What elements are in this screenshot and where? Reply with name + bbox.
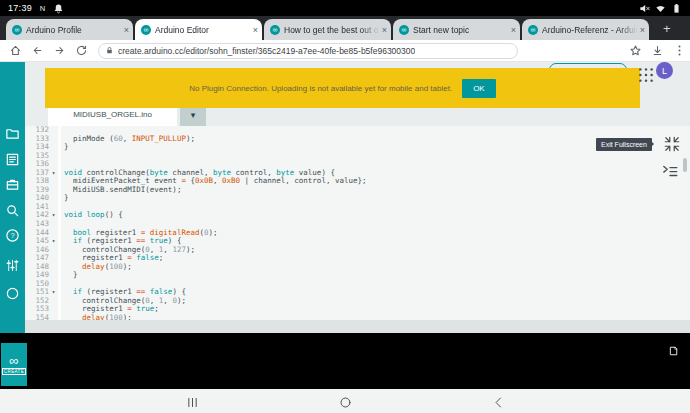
fold-arrow-icon <box>49 280 58 289</box>
console-icon[interactable] <box>661 162 679 180</box>
tab-favicon-icon: ∞ <box>270 25 280 35</box>
fold-arrow-icon[interactable]: ▾ <box>49 288 58 297</box>
fold-arrow-icon <box>49 194 58 203</box>
reload-icon[interactable] <box>75 44 88 57</box>
fold-arrow-icon <box>49 297 58 306</box>
code-line[interactable]: 142▾void loop() { <box>25 211 690 220</box>
star-icon[interactable] <box>629 44 642 57</box>
tablet-screen: 17:39 N ∞Arduino Profile×∞Arduino Editor… <box>0 0 690 413</box>
exit-fullscreen-icon[interactable] <box>663 135 681 153</box>
reference-icon[interactable] <box>5 286 20 301</box>
fold-arrow-icon <box>49 186 58 195</box>
libraries-icon[interactable] <box>5 177 20 192</box>
editor-bottom-strip <box>25 320 690 333</box>
fold-arrow-icon <box>49 126 58 135</box>
bell-icon <box>53 3 64 14</box>
arduino-editor-page: ? L No Plugin Connection. Uploading is n… <box>0 62 690 333</box>
fold-arrow-icon[interactable]: ▾ <box>49 169 58 178</box>
editor-sidebar: ? <box>0 62 25 333</box>
apps-grid-icon[interactable] <box>637 66 655 84</box>
tab-close-icon[interactable]: × <box>124 25 129 35</box>
fold-arrow-icon <box>49 220 58 229</box>
browser-tab-2[interactable]: ∞Arduino Editor× <box>135 19 262 40</box>
preferences-icon[interactable] <box>5 258 20 273</box>
tab-favicon-icon: ∞ <box>141 25 151 35</box>
new-tab-button[interactable]: + <box>663 21 671 36</box>
home-nav-icon[interactable] <box>339 395 352 408</box>
code-line[interactable]: 133 pinMode (60, INPUT_PULLUP); <box>25 135 690 144</box>
forward-icon[interactable] <box>53 44 66 57</box>
create-label: CREATE <box>2 368 26 375</box>
url-text: create.arduino.cc/editor/sohn_finster/36… <box>118 46 415 56</box>
banner-message: No Plugin Connection. Uploading is not a… <box>189 84 452 93</box>
exit-fullscreen-tooltip: Exit Fullscreen <box>596 138 652 151</box>
fold-arrow-icon <box>49 160 58 169</box>
code-line[interactable]: 134} <box>25 143 690 152</box>
search-icon[interactable] <box>5 203 20 218</box>
nfc-icon: N <box>37 3 48 14</box>
lock-icon <box>105 46 114 55</box>
tab-close-icon[interactable]: × <box>382 25 387 35</box>
fold-arrow-icon[interactable]: ▾ <box>49 211 58 220</box>
tab-title: Arduino Editor <box>155 25 251 35</box>
status-right-icons <box>634 3 682 14</box>
code-line[interactable]: 149 } <box>25 271 690 280</box>
back-icon[interactable] <box>31 44 44 57</box>
battery-icon <box>671 3 682 14</box>
wifi-icon <box>655 3 666 14</box>
browser-tab-5[interactable]: ∞Arduino-Referenz - Arduin× <box>522 19 649 40</box>
editor-scrollbar[interactable] <box>683 158 687 172</box>
browser-tab-3[interactable]: ∞How to get the best out o× <box>264 19 391 40</box>
copy-icon[interactable] <box>667 343 679 355</box>
browser-tab-1[interactable]: ∞Arduino Profile× <box>6 19 133 40</box>
back-nav-icon[interactable] <box>492 395 505 408</box>
code-line[interactable]: 148 delay(100); <box>25 263 690 272</box>
fold-arrow-icon <box>49 229 58 238</box>
code-line[interactable]: 140} <box>25 194 690 203</box>
code-line[interactable]: 141 <box>25 203 690 212</box>
avatar[interactable]: L <box>656 62 673 79</box>
tab-close-icon[interactable]: × <box>253 25 258 35</box>
tab-title: How to get the best out o <box>284 25 380 35</box>
code-text: } <box>58 194 690 203</box>
android-status-bar: 17:39 N <box>0 0 690 16</box>
url-field[interactable]: create.arduino.cc/editor/sohn_finster/36… <box>98 43 518 59</box>
browser-tab-4[interactable]: ∞Start new topic× <box>393 19 520 40</box>
code-line[interactable]: 135 <box>25 152 690 161</box>
fold-arrow-icon <box>49 135 58 144</box>
fold-arrow-icon <box>49 263 58 272</box>
home-icon[interactable] <box>9 44 22 57</box>
code-text: MidiUSB.sendMIDI(event); <box>58 186 690 195</box>
tab-close-icon[interactable]: × <box>640 25 645 35</box>
menu-icon[interactable] <box>673 44 686 57</box>
fold-arrow-icon[interactable]: ▾ <box>49 237 58 246</box>
android-nav-bar <box>0 389 690 413</box>
download-icon[interactable] <box>651 44 664 57</box>
tab-favicon-icon: ∞ <box>12 25 22 35</box>
recents-icon[interactable] <box>186 395 199 408</box>
fold-arrow-icon <box>49 246 58 255</box>
tab-favicon-icon: ∞ <box>399 25 409 35</box>
arduino-create-logo[interactable]: ∞ CREATE <box>1 343 27 386</box>
svg-text:N: N <box>40 4 45 13</box>
plugin-banner: No Plugin Connection. Uploading is not a… <box>45 68 640 108</box>
code-text: register1 = false; <box>58 254 690 263</box>
fold-arrow-icon <box>49 203 58 212</box>
fold-arrow-icon <box>49 271 58 280</box>
tab-list: ∞Arduino Profile×∞Arduino Editor×∞How to… <box>6 19 651 40</box>
code-text: register1 = true; <box>58 305 690 314</box>
code-text: void loop() { <box>58 211 690 220</box>
fold-arrow-icon <box>49 254 58 263</box>
code-text <box>58 152 690 161</box>
code-line[interactable]: 139 MidiUSB.sendMIDI(event); <box>25 186 690 195</box>
help-icon[interactable]: ? <box>5 228 20 243</box>
mute-icon <box>639 3 650 14</box>
tab-close-icon[interactable]: × <box>511 25 516 35</box>
tab-title: Arduino Profile <box>26 25 122 35</box>
examples-icon[interactable] <box>5 152 20 167</box>
tab-favicon-icon: ∞ <box>528 25 538 35</box>
code-text: delay(100); <box>58 263 690 272</box>
code-editor[interactable]: 132133 pinMode (60, INPUT_PULLUP);134}13… <box>25 126 690 320</box>
folder-icon[interactable] <box>5 126 20 141</box>
banner-ok-button[interactable]: OK <box>462 79 496 98</box>
